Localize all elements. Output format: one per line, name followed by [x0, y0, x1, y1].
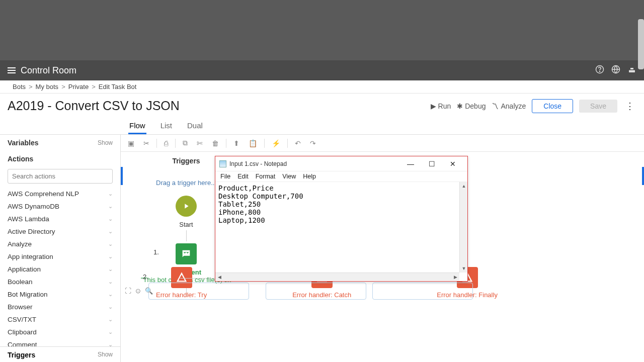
crumb-bots[interactable]: Bots: [13, 83, 26, 90]
more-menu-icon[interactable]: ⋮: [623, 101, 636, 112]
notepad-menu: File Edit Format View Help: [215, 171, 467, 182]
shuffle-icon[interactable]: ✂: [141, 138, 151, 148]
chevron-down-icon: ⌄: [108, 203, 113, 210]
tab-dual[interactable]: Dual: [186, 118, 204, 134]
upload-icon[interactable]: ⬆: [231, 138, 242, 148]
action-item[interactable]: Active Directory⌄: [0, 225, 120, 238]
fit-icon[interactable]: ⛶: [125, 287, 131, 295]
snapshot-icon[interactable]: ⎙: [162, 138, 170, 148]
action-item[interactable]: CSV/TXT⌄: [0, 313, 120, 326]
menu-view[interactable]: View: [282, 173, 296, 180]
crumb-mybots[interactable]: My bots: [36, 83, 59, 90]
left-indicator: [121, 167, 123, 185]
triggers-heading: Triggers: [8, 351, 35, 359]
tab-list[interactable]: List: [159, 118, 173, 134]
chevron-down-icon: ⌄: [108, 316, 113, 323]
chevron-down-icon: ⌄: [108, 191, 113, 197]
minimize-icon[interactable]: —: [400, 157, 421, 171]
action-item[interactable]: Clipboard⌄: [0, 326, 120, 338]
action-item[interactable]: Comment⌄: [0, 338, 120, 346]
action-item[interactable]: Application⌄: [0, 263, 120, 276]
search-actions-input[interactable]: [8, 169, 113, 184]
top-dark-band: [0, 0, 644, 60]
sidebar-scrollbar[interactable]: [638, 19, 644, 69]
action-item[interactable]: Browser⌄: [0, 301, 120, 313]
notepad-scroll-h[interactable]: ◀ ▶: [215, 273, 459, 281]
variables-show[interactable]: Show: [98, 139, 113, 146]
menu-edit[interactable]: Edit: [237, 173, 249, 180]
run-button[interactable]: ▶ Run: [431, 102, 451, 110]
chevron-down-icon: ⌄: [108, 253, 113, 260]
action-item[interactable]: App integration⌄: [0, 250, 120, 263]
menu-help[interactable]: Help: [303, 173, 316, 180]
canvas-toolbar: ▣ ✂ ⎙ ⧉ ✄ 🗑 ⬆ 📋 ⚡ ↶ ↷: [121, 135, 644, 152]
start-label: Start: [179, 221, 193, 228]
analyze-button[interactable]: 〽 Analyze: [492, 102, 526, 110]
action-item[interactable]: Boolean⌄: [0, 276, 120, 288]
notepad-titlebar[interactable]: Input 1.csv - Notepad — ☐ ✕: [215, 156, 467, 171]
breadcrumb: Bots> My bots> Private> Edit Task Bot: [0, 80, 644, 94]
globe-icon[interactable]: [611, 65, 620, 76]
notepad-content[interactable]: Product,Price Desktop Computer,700 Table…: [215, 182, 467, 273]
notepad-window[interactable]: Input 1.csv - Notepad — ☐ ✕ File Edit Fo…: [215, 156, 468, 282]
help-icon[interactable]: [595, 65, 604, 76]
redo-icon[interactable]: ↷: [308, 138, 318, 148]
copy-icon[interactable]: ⧉: [181, 138, 190, 148]
chevron-down-icon: ⌄: [108, 228, 113, 235]
menu-format[interactable]: Format: [256, 173, 276, 180]
crumb-current: Edit Task Bot: [99, 83, 137, 90]
action-item[interactable]: Bot Migration⌄: [0, 288, 120, 301]
chevron-down-icon: ⌄: [108, 241, 113, 247]
cut-icon[interactable]: ✄: [195, 138, 205, 148]
actions-heading: Actions: [8, 155, 33, 163]
action-item[interactable]: AWS Lambda⌄: [0, 213, 120, 225]
hamburger-icon[interactable]: [8, 67, 16, 73]
action-item[interactable]: Analyze⌄: [0, 238, 120, 250]
scroll-down-icon[interactable]: ▼: [460, 264, 468, 273]
chevron-down-icon: ⌄: [108, 341, 113, 346]
crumb-private[interactable]: Private: [68, 83, 89, 90]
chevron-down-icon: ⌄: [108, 291, 113, 298]
notepad-scroll-v[interactable]: ▲ ▼: [459, 182, 467, 273]
right-indicator: [642, 167, 644, 185]
error-finally-frame: [372, 283, 473, 300]
error-try-frame: [148, 283, 249, 300]
profile-icon[interactable]: [627, 65, 636, 76]
header-bar: Control Room: [0, 60, 644, 80]
chevron-down-icon: ⌄: [108, 216, 113, 222]
zoom-icon[interactable]: 🔍: [145, 287, 153, 295]
action-item[interactable]: AWS Comprehend NLP⌄: [0, 188, 120, 200]
step-num-2: 2.: [143, 273, 148, 281]
menu-file[interactable]: File: [220, 173, 230, 180]
notepad-title: Input 1.csv - Notepad: [229, 160, 400, 167]
scroll-right-icon[interactable]: ▶: [451, 273, 459, 281]
action-item[interactable]: AWS DynamoDB⌄: [0, 200, 120, 213]
action-list[interactable]: AWS Comprehend NLP⌄ AWS DynamoDB⌄ AWS La…: [0, 188, 120, 346]
scroll-left-icon[interactable]: ◀: [215, 273, 223, 281]
comment-node[interactable]: [176, 243, 197, 264]
save-button: Save: [579, 100, 617, 113]
sidebar: Variables Show Actions AWS Comprehend NL…: [0, 135, 121, 362]
error-catch-frame: [266, 283, 366, 300]
toggle-icon[interactable]: ⚡: [270, 138, 282, 148]
chevron-down-icon: ⌄: [108, 329, 113, 335]
scroll-up-icon[interactable]: ▲: [460, 182, 468, 190]
close-button[interactable]: Close: [532, 99, 573, 113]
chevron-down-icon: ⌄: [108, 266, 113, 273]
step-num-1: 1.: [153, 248, 159, 256]
variables-heading: Variables: [8, 139, 39, 147]
maximize-icon[interactable]: ☐: [421, 157, 442, 171]
close-icon[interactable]: ✕: [442, 157, 463, 171]
debug-button[interactable]: ✱ Debug: [457, 102, 486, 110]
record-icon[interactable]: ▣: [126, 138, 136, 148]
svg-rect-3: [629, 70, 635, 73]
delete-icon[interactable]: 🗑: [210, 138, 221, 148]
triggers-show[interactable]: Show: [98, 351, 113, 359]
chevron-down-icon: ⌄: [108, 279, 113, 285]
tab-flow[interactable]: Flow: [128, 118, 146, 134]
paste-icon[interactable]: 📋: [247, 138, 259, 148]
zoom-reset-icon[interactable]: ⊙: [135, 287, 141, 295]
undo-icon[interactable]: ↶: [293, 138, 303, 148]
page-title: A2019 - Convert CSV to JSON: [8, 99, 180, 113]
start-node[interactable]: [176, 196, 197, 217]
